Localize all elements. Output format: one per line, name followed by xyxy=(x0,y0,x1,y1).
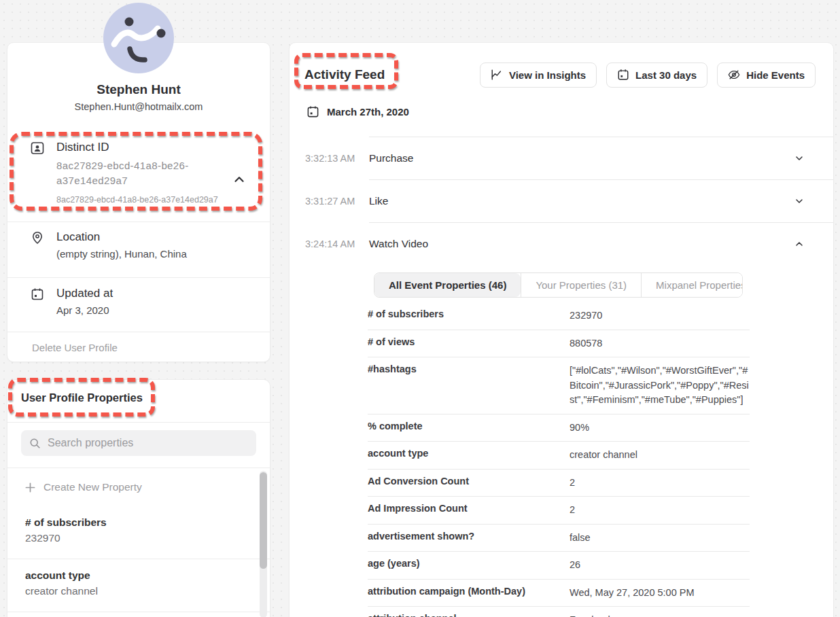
property-key: age (years) xyxy=(368,552,570,575)
table-row: Ad Impression Count2 xyxy=(368,497,750,525)
location-label: Location xyxy=(56,230,256,244)
view-in-insights-button[interactable]: View in Insights xyxy=(480,63,597,88)
divider xyxy=(7,422,270,423)
eye-off-icon xyxy=(728,69,740,81)
property-item[interactable]: # of subscribers 232970 xyxy=(7,506,270,559)
table-row: advertisement shown?false xyxy=(368,525,750,552)
property-key: advertisement shown? xyxy=(368,525,570,548)
table-row: % complete90% xyxy=(368,415,750,442)
calendar-icon xyxy=(307,105,319,118)
table-row: #hashtags["#lolCats","#Wilson","#WorstGi… xyxy=(368,357,750,415)
event-detail-panel: All Event Properties (46) Your Propertie… xyxy=(368,272,750,617)
property-key: # of views xyxy=(368,330,570,353)
last-30-days-label: Last 30 days xyxy=(635,69,697,81)
property-key: #hashtags xyxy=(368,357,570,381)
calendar-icon xyxy=(31,287,44,301)
distinct-id-secondary: 8ac27829-ebcd-41a8-be26-a37e14ed29a7 xyxy=(56,195,256,205)
profile-card: Stephen Hunt Stephen.Hunt@hotmailx.com D… xyxy=(7,42,270,362)
property-value: Wed, May 27, 2020 5:00 PM xyxy=(570,580,750,607)
divider xyxy=(7,222,270,222)
property-item[interactable]: account type creator channel xyxy=(7,559,270,612)
property-key: account type xyxy=(368,442,570,465)
chevron-up-icon[interactable] xyxy=(794,239,805,249)
event-name: Purchase xyxy=(369,152,413,164)
property-value: 232970 xyxy=(25,532,252,544)
activity-feed-header: Activity Feed View in Insights Last 30 d… xyxy=(304,62,816,88)
event-row-like[interactable]: 3:31:27 AM Like xyxy=(305,179,833,222)
table-row: attribution campaign (Month-Day)Wed, May… xyxy=(368,580,750,607)
property-key: % complete xyxy=(368,415,570,438)
updated-at-value: Apr 3, 2020 xyxy=(56,304,256,316)
updated-at-label: Updated at xyxy=(56,287,256,300)
location-pin-icon xyxy=(31,231,44,245)
distinct-id-section: Distinct ID 8ac27829-ebcd-41a8-be26-a37e… xyxy=(31,141,256,205)
property-value: 2 xyxy=(570,497,750,524)
property-value: creator channel xyxy=(570,442,750,469)
event-time: 3:31:27 AM xyxy=(305,179,369,222)
calendar-icon xyxy=(617,69,629,81)
event-time: 3:32:13 AM xyxy=(305,137,369,179)
feed-actions: View in Insights Last 30 days xyxy=(480,63,816,88)
properties-scrollbar-track xyxy=(260,471,267,617)
search-properties-box xyxy=(21,430,256,456)
create-new-property-button[interactable]: Create New Property xyxy=(7,468,270,506)
table-row: attribution channelFacebook xyxy=(368,607,750,617)
property-value: 232970 xyxy=(570,302,750,330)
divider xyxy=(7,332,270,332)
tab-mixpanel-properties[interactable]: Mixpanel Properties (15) xyxy=(641,273,743,297)
property-name: account type xyxy=(25,569,252,582)
event-time: 3:24:14 AM xyxy=(305,222,369,265)
location-section: Location (empty string), Hunan, China xyxy=(31,230,256,260)
event-properties-table: # of subscribers232970 # of views880578 … xyxy=(368,302,750,617)
date-header: March 27th, 2020 xyxy=(307,105,409,118)
chevron-down-icon[interactable] xyxy=(794,196,805,207)
table-row: account typecreator channel xyxy=(368,442,750,470)
property-value: ["#lolCats","#Wilson","#WorstGiftEver","… xyxy=(570,357,750,414)
delete-user-profile-link[interactable]: Delete User Profile xyxy=(32,342,118,353)
event-name: Like xyxy=(369,195,388,207)
property-value: 90% xyxy=(570,415,750,442)
activity-feed-title: Activity Feed xyxy=(304,67,385,82)
property-key: Ad Conversion Count xyxy=(368,470,570,493)
insights-chart-icon xyxy=(491,69,503,81)
date-header-label: March 27th, 2020 xyxy=(327,106,409,118)
location-value: (empty string), Hunan, China xyxy=(56,248,256,260)
user-profile-properties-card: User Profile Properties Create New Prope… xyxy=(7,379,270,617)
property-key: Ad Impression Count xyxy=(368,497,570,520)
properties-scrollbar-thumb[interactable] xyxy=(260,472,267,569)
create-new-property-label: Create New Property xyxy=(43,481,142,493)
distinct-id-label: Distinct ID xyxy=(56,141,256,154)
user-profile-page: Stephen Hunt Stephen.Hunt@hotmailx.com D… xyxy=(0,0,840,617)
property-value: 26 xyxy=(570,552,750,579)
chevron-down-icon[interactable] xyxy=(794,153,805,164)
search-icon xyxy=(29,438,41,449)
hide-events-button[interactable]: Hide Events xyxy=(717,63,816,88)
property-key: attribution campaign (Month-Day) xyxy=(368,580,570,603)
property-value: false xyxy=(570,525,750,552)
tab-your-properties[interactable]: Your Properties (31) xyxy=(521,273,641,297)
collapse-chevron-up-icon[interactable] xyxy=(232,172,247,187)
activity-feed-card: Activity Feed View in Insights Last 30 d… xyxy=(289,42,834,617)
event-name: Watch Video xyxy=(369,238,428,250)
updated-at-section: Updated at Apr 3, 2020 xyxy=(31,287,256,316)
tab-all-event-properties[interactable]: All Event Properties (46) xyxy=(374,273,521,297)
property-value: 2 xyxy=(570,470,750,497)
table-row: Ad Conversion Count2 xyxy=(368,470,750,497)
properties-list: Create New Property # of subscribers 232… xyxy=(7,468,270,617)
id-badge-icon xyxy=(31,141,44,155)
user-name: Stephen Hunt xyxy=(7,82,270,97)
property-name: # of subscribers xyxy=(25,516,252,529)
property-key: attribution channel xyxy=(368,607,570,617)
property-value: 880578 xyxy=(570,330,750,357)
last-30-days-button[interactable]: Last 30 days xyxy=(606,63,707,88)
events-list: 3:32:13 AM Purchase 3:31:27 AM Like 3:24… xyxy=(305,137,833,265)
table-row: age (years)26 xyxy=(368,552,750,580)
event-properties-tabs: All Event Properties (46) Your Propertie… xyxy=(374,272,743,298)
event-row-watch-video[interactable]: 3:24:14 AM Watch Video xyxy=(305,222,833,265)
search-properties-input[interactable] xyxy=(48,437,248,449)
view-in-insights-label: View in Insights xyxy=(509,69,586,81)
hide-events-label: Hide Events xyxy=(746,69,805,81)
event-row-purchase[interactable]: 3:32:13 AM Purchase xyxy=(305,137,833,179)
table-row: # of subscribers232970 xyxy=(368,302,750,330)
user-email: Stephen.Hunt@hotmailx.com xyxy=(7,101,270,112)
